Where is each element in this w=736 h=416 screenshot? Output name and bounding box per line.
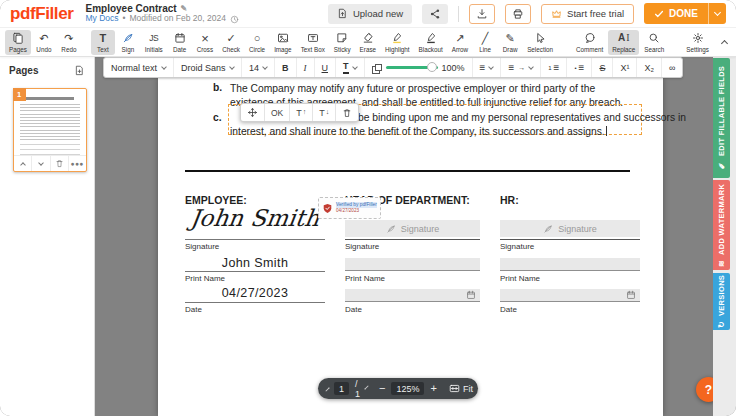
- print-button[interactable]: [505, 4, 531, 24]
- tool-erase[interactable]: Erase: [356, 30, 380, 55]
- zoom-level[interactable]: 125%: [391, 382, 424, 395]
- delete-text-button[interactable]: [336, 104, 358, 121]
- hr-print-name-field[interactable]: [500, 258, 640, 271]
- tool-redo[interactable]: ↷ Redo: [57, 30, 81, 55]
- previous-page-button[interactable]: [325, 387, 329, 391]
- tool-selection[interactable]: Selection: [523, 30, 557, 55]
- main-toolbar: Pages ↶ Undo ↷ Redo T Text Sign JS Initi…: [0, 28, 736, 57]
- tool-sign[interactable]: Sign: [116, 30, 140, 55]
- right-rail: ✎ EDIT FILLABLE FIELDS ≋ ADD WATERMARK ↻…: [713, 57, 736, 416]
- tab-add-watermark[interactable]: ≋ ADD WATERMARK: [713, 180, 730, 270]
- hod-print-name-field[interactable]: [345, 258, 480, 271]
- pdffiller-app: pdfFiller Employee Contract ✎ My Docs • …: [0, 0, 736, 416]
- tool-text[interactable]: T Text: [91, 30, 115, 55]
- ok-button[interactable]: OK: [265, 104, 290, 121]
- font-size-up-button[interactable]: T↑: [290, 104, 313, 121]
- sign-quill-icon: [122, 32, 134, 45]
- tool-comment[interactable]: Comment: [572, 30, 607, 55]
- text-box-icon: [307, 32, 319, 45]
- done-button[interactable]: DONE: [644, 3, 708, 24]
- page-thumbnail-card[interactable]: 1 ●●●: [13, 88, 87, 172]
- opacity-slider[interactable]: [386, 66, 438, 69]
- link-button[interactable]: ∞: [662, 58, 682, 77]
- tool-image[interactable]: Image: [270, 30, 296, 55]
- font-size-down-button[interactable]: T↓: [313, 104, 336, 121]
- strikethrough-button[interactable]: S: [592, 58, 613, 77]
- tool-blackout[interactable]: Blackout: [415, 30, 447, 55]
- tool-circle[interactable]: ○ Circle: [245, 30, 269, 55]
- pdffiller-logo[interactable]: pdfFiller: [10, 4, 73, 24]
- text-color-dropdown[interactable]: T: [336, 58, 365, 77]
- document-page[interactable]: b. The Company may notify any future or …: [158, 77, 663, 416]
- gear-icon: [692, 32, 704, 45]
- tool-search[interactable]: Search: [640, 30, 668, 55]
- hr-date-field[interactable]: [500, 289, 640, 302]
- done-dropdown-button[interactable]: [709, 3, 726, 24]
- next-page-button[interactable]: [364, 385, 368, 389]
- add-page-icon[interactable]: [74, 65, 85, 76]
- italic-button[interactable]: I: [297, 58, 315, 77]
- tool-check[interactable]: ✓ Check: [218, 30, 244, 55]
- header-divider: [458, 6, 459, 22]
- tool-arrow[interactable]: ↗ Arrow: [448, 30, 472, 55]
- opacity-control[interactable]: 100%: [365, 58, 473, 77]
- verified-shield-icon: [322, 203, 333, 214]
- watermark-icon: ≋: [717, 260, 726, 267]
- font-family-dropdown[interactable]: Droid Sans: [174, 58, 242, 77]
- current-page-input[interactable]: 1: [334, 382, 349, 395]
- tool-replace[interactable]: AI Replace: [608, 30, 639, 55]
- bullet-list-button[interactable]: •≡: [567, 58, 592, 77]
- employee-signature-handwritten[interactable]: John Smith: [183, 205, 327, 231]
- tab-versions[interactable]: ↻ VERSIONS: [713, 273, 730, 330]
- align-dropdown[interactable]: ≡: [473, 58, 502, 77]
- subscript-button[interactable]: X₂: [637, 58, 662, 77]
- tool-undo[interactable]: ↶ Undo: [32, 30, 56, 55]
- breadcrumb-my-docs[interactable]: My Docs: [85, 14, 118, 24]
- fit-button[interactable]: Fit: [449, 383, 473, 394]
- pages-icon: [12, 32, 24, 45]
- delete-page-button[interactable]: [51, 156, 69, 171]
- underline-button[interactable]: U: [315, 58, 337, 77]
- tool-pages[interactable]: Pages: [5, 30, 31, 55]
- superscript-button[interactable]: X¹: [613, 58, 637, 77]
- tool-cross[interactable]: × Cross: [193, 30, 217, 55]
- rename-icon[interactable]: ✎: [181, 4, 188, 13]
- tool-highlight[interactable]: Highlight: [381, 30, 414, 55]
- bold-button[interactable]: B: [275, 58, 297, 77]
- start-free-trial-button[interactable]: Start free trial: [541, 4, 634, 24]
- crown-icon: [551, 8, 562, 19]
- page-more-button[interactable]: ●●●: [69, 156, 86, 171]
- download-button[interactable]: [469, 4, 495, 24]
- employee-date[interactable]: 04/27/2023: [185, 286, 325, 300]
- share-button[interactable]: [422, 4, 448, 24]
- indent-dropdown[interactable]: ≡→: [501, 58, 541, 77]
- tool-draw[interactable]: ✎ Draw: [498, 30, 522, 55]
- zoom-out-button[interactable]: −: [379, 383, 385, 394]
- move-text-button[interactable]: [241, 104, 265, 121]
- comment-bubble-icon: [584, 32, 596, 45]
- numbered-list-button[interactable]: 1≡: [541, 58, 567, 77]
- page-actions: ●●●: [14, 155, 86, 171]
- hod-date-field[interactable]: [345, 289, 480, 302]
- tool-settings[interactable]: Settings: [682, 30, 713, 55]
- collapse-toolbar-chevron[interactable]: [721, 39, 728, 46]
- tool-date[interactable]: Date: [168, 30, 192, 55]
- paragraph-style-dropdown[interactable]: Normal text: [104, 58, 174, 77]
- page-zoom-controls: 1 / 1 − 125% + Fit: [318, 378, 478, 399]
- hr-signature-field[interactable]: Signature: [500, 220, 640, 237]
- tool-line[interactable]: ╱ Line: [473, 30, 497, 55]
- hod-signature-field[interactable]: Signature: [345, 220, 480, 237]
- print-icon: [512, 8, 524, 20]
- employee-print-name[interactable]: John Smith: [185, 256, 325, 270]
- zoom-in-button[interactable]: +: [430, 383, 436, 394]
- tool-sticky[interactable]: Sticky: [330, 30, 355, 55]
- tool-text-box[interactable]: Text Box: [297, 30, 329, 55]
- move-page-down-button[interactable]: [32, 156, 50, 171]
- upload-new-button[interactable]: Upload new: [328, 4, 412, 24]
- edit-fields-icon: ✎: [717, 161, 726, 170]
- tab-edit-fillable-fields[interactable]: ✎ EDIT FILLABLE FIELDS: [713, 58, 730, 178]
- tool-initials[interactable]: JS Initials: [141, 30, 167, 55]
- font-size-dropdown[interactable]: 14: [242, 58, 275, 77]
- verified-stamp[interactable]: Verified by pdfFiller 04/27/2023: [318, 197, 381, 219]
- move-page-up-button[interactable]: [14, 156, 32, 171]
